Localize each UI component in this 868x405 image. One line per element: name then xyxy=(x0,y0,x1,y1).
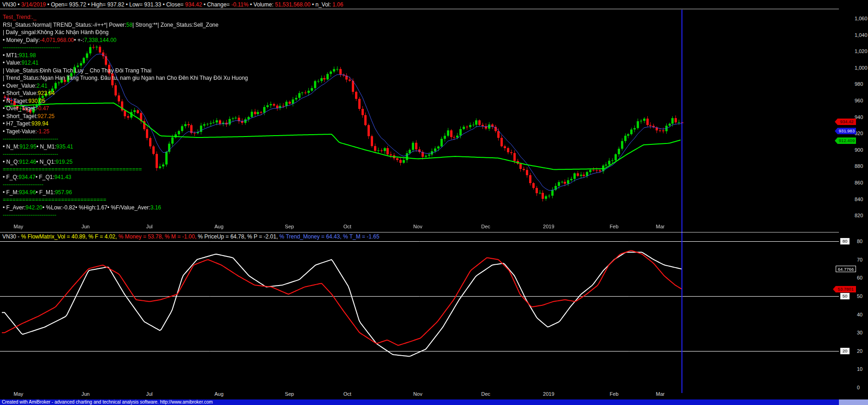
x-axis-label: 2019 xyxy=(543,224,554,229)
last-price-tag: 912.409 xyxy=(838,137,856,144)
annotation-line: ------------------------------ xyxy=(3,135,248,143)
annotation-line: • Value:912.41 xyxy=(3,59,248,67)
annotation-line: ------------------------------ xyxy=(3,150,248,158)
indicator-level-tag: 80 xyxy=(840,238,850,244)
statusbar-resize-grip[interactable] xyxy=(839,399,868,405)
y-axis-label: 980 xyxy=(855,81,863,87)
y-axis-label: 50 xyxy=(857,293,862,299)
tag-arrow xyxy=(833,286,836,292)
price-panel-title: VN30 • 3/14/2019 • Open= 935.72 • High= … xyxy=(2,1,343,8)
y-axis-label: 20 xyxy=(857,348,862,354)
annotation-line: • MT1:931.98 xyxy=(3,52,248,60)
last-price-tag: 934.42 xyxy=(838,119,856,125)
annotation-line: RSI_Status:Normal| TREND_Status:-#++*| P… xyxy=(3,21,248,29)
annotation-line: ================================ xyxy=(3,196,248,204)
x-axis-label: Sep xyxy=(285,391,294,397)
y-axis-label: 1,060 xyxy=(855,16,868,21)
y-axis-label: 1,040 xyxy=(855,32,868,38)
indicator-level-tag: 50 xyxy=(840,293,850,299)
y-axis-label: 10 xyxy=(857,366,862,372)
y-axis-label: 30 xyxy=(857,330,862,335)
annotation-line: ========================================… xyxy=(3,166,248,173)
x-axis-label: May xyxy=(14,224,24,229)
annotation-line: • F_Q:934.47• F_Q1:941.43 xyxy=(3,173,248,181)
x-axis-label: Jul xyxy=(146,391,152,397)
y-axis-label: 880 xyxy=(855,163,863,169)
indicator-annotations: Test_Trend:._RSI_Status:Normal| TREND_St… xyxy=(3,13,248,219)
x-axis-label: Nov xyxy=(413,391,422,397)
annotation-line: ---------------------- xyxy=(3,181,248,189)
y-axis-label: 840 xyxy=(855,197,863,202)
amibroker-window: VN30 • 3/14/2019 • Open= 935.72 • High= … xyxy=(0,0,868,405)
indicator-level-tag: 64.7766 xyxy=(836,266,856,272)
flowmatrix-xaxis: MayJunJulAugSepOctNovDec2019FebMar xyxy=(0,391,839,398)
indicator-level-tag: 53.7801 xyxy=(836,286,856,292)
annotation-line: Test_Trend:._ xyxy=(3,13,248,21)
x-axis-label: Oct xyxy=(344,391,351,397)
y-axis-label: 0 xyxy=(857,385,860,390)
panel-divider xyxy=(0,232,839,232)
annotation-line: ------------------------------- xyxy=(3,44,248,52)
y-axis-label: 900 xyxy=(855,147,863,153)
y-axis-label: 820 xyxy=(855,213,863,218)
annotation-line: • N_Q:912.46• N_Q1:919.25 xyxy=(3,158,248,166)
tag-arrow xyxy=(835,119,838,125)
y-axis-label: 1,020 xyxy=(855,48,868,54)
annotation-line: • Over_Value:2.41 xyxy=(3,82,248,90)
x-axis-label: Jun xyxy=(81,224,90,229)
flowmatrix-panel-title: VN30 - % FlowMatrix_Vol = 40.89, % F = 4… xyxy=(2,233,380,240)
tag-arrow xyxy=(835,128,838,134)
annotation-line: | Daily_singal:Không Xác Nhận Hành Động xyxy=(3,29,248,36)
annotation-line: • Taget-Value:-1.25 xyxy=(3,128,248,136)
x-axis-label: Dec xyxy=(481,391,490,397)
y-axis-label: 70 xyxy=(857,257,862,262)
y-axis-label: 60 xyxy=(857,275,862,280)
x-axis-label: Sep xyxy=(285,224,294,229)
x-axis-label: Nov xyxy=(413,224,422,229)
annotation-line: • N_Taget:930.05 xyxy=(3,97,248,105)
y-axis-label: 960 xyxy=(855,98,863,103)
x-axis-label: Dec xyxy=(481,224,490,229)
y-axis-label: 40 xyxy=(857,312,862,317)
annotation-line: | Trend_Status:Ngan Han Tang Truong. Đâu… xyxy=(3,74,248,82)
y-axis-label: 1,000 xyxy=(855,65,868,71)
date-cursor-line xyxy=(681,10,682,393)
statusbar-text: Created with AmiBroker - advanced charti… xyxy=(2,399,213,405)
x-axis-label: Jul xyxy=(146,224,152,229)
flowmatrix-canvas[interactable] xyxy=(0,241,839,391)
annotation-line: • H7_Taget:939.94 xyxy=(3,120,248,128)
y-axis-label: 80 xyxy=(857,238,862,244)
indicator-level-tag: 20 xyxy=(840,348,850,354)
annotation-line: • Money_Daily:-4,071,968.00• +-:7,338,14… xyxy=(3,36,248,44)
status-bar: Created with AmiBroker - advanced charti… xyxy=(0,399,868,405)
x-axis-label: Mar xyxy=(656,391,664,397)
x-axis-label: Feb xyxy=(610,224,619,229)
annotation-line: • Over_Taget:-0.47 xyxy=(3,105,248,113)
annotation-line: • Short_Value:923.94 xyxy=(3,89,248,97)
last-price-tag: 931.983 xyxy=(838,128,856,134)
x-axis-label: Aug xyxy=(214,224,223,229)
x-axis-label: Feb xyxy=(610,391,619,397)
annotation-line: • N_M:912.95• N_M1:935.41 xyxy=(3,143,248,151)
x-axis-label: May xyxy=(14,391,24,397)
title-underline xyxy=(0,9,839,9)
x-axis-label: Mar xyxy=(656,224,664,229)
annotation-line: ----------------------------- xyxy=(3,211,248,219)
annotation-line: • F_M:934.96• F_M1:957.96 xyxy=(3,189,248,197)
x-axis-label: 2019 xyxy=(543,391,554,397)
annotation-line: • Short_Taget:927.25 xyxy=(3,113,248,120)
x-axis-label: Aug xyxy=(214,391,223,397)
x-axis-label: Jun xyxy=(81,391,90,397)
y-axis-label: 860 xyxy=(855,180,863,185)
tag-arrow xyxy=(835,137,838,144)
annotation-line: • F_Aver:942.20• %Low:-0.82• %High:1.67•… xyxy=(3,204,248,212)
annotation-line: | Value_Status:Đinh Gia Tich Luy _ Cho T… xyxy=(3,67,248,75)
x-axis-label: Oct xyxy=(344,224,351,229)
price-xaxis: MayJunJulAugSepOctNovDec2019FebMar xyxy=(0,224,839,231)
